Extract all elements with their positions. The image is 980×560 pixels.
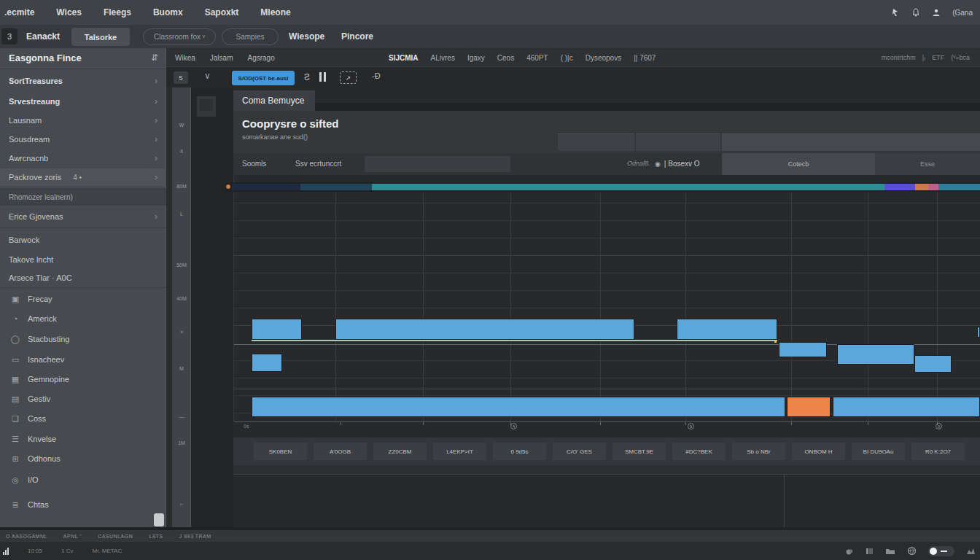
trace-bar-10[interactable] (787, 397, 831, 417)
ribbon-segment-3[interactable] (372, 184, 884, 190)
sidebar-item-knvelse[interactable]: ☰Knvelse (0, 430, 166, 448)
refresh-icon[interactable]: Ƨ (300, 71, 314, 84)
sort-icon[interactable]: ⇵ (151, 52, 158, 63)
stat-cell-1[interactable]: SK0BEN (254, 443, 307, 460)
trace-bar-5[interactable] (252, 354, 282, 372)
sidebar-item-americk[interactable]: ◔Americk (0, 310, 166, 327)
view-tab-7[interactable]: Dyseopovs (586, 54, 621, 62)
sidebar-item-odhonus[interactable]: ⊞Odhonus (0, 450, 166, 467)
stat-cell-7[interactable]: SMCBT.9E (612, 443, 666, 460)
sidebar-item-i-o[interactable]: ◎I/O (0, 471, 166, 489)
pause-icon[interactable] (319, 72, 326, 82)
stat-cell-5[interactable]: 0 9d5s (493, 443, 546, 460)
ribbon-segment-4[interactable] (884, 184, 915, 190)
trace-bar-4[interactable] (977, 327, 980, 338)
header-segment-3[interactable] (722, 133, 980, 151)
axis-marker[interactable]: 4 (510, 423, 517, 429)
menu-item-3[interactable]: Fleegs (104, 7, 131, 18)
filter-right-group[interactable]: ◉ | Bosexv O (655, 160, 700, 168)
trace-bar-3[interactable] (677, 319, 777, 340)
ribbon-segment-7[interactable] (938, 184, 980, 190)
ribbon-segment-1[interactable] (232, 184, 300, 190)
tool-button[interactable]: 5 (174, 71, 188, 84)
crumb-right-item-1[interactable]: mcontrtchm (882, 54, 916, 61)
sidebar-icon[interactable] (866, 547, 874, 556)
sidebar-item-lausnam[interactable]: Lausnam› (0, 112, 166, 129)
sidebar-item-isnacheev[interactable]: ▭Isnacheev (0, 351, 166, 368)
view-tab-6[interactable]: ( )|c (561, 54, 573, 62)
view-tab-4[interactable]: Ceos (497, 54, 514, 62)
trace-bar-11[interactable] (833, 397, 980, 417)
crumb-right-item-3[interactable]: ETF (932, 54, 944, 61)
crumb-right-item-2[interactable]: |ᵣ (922, 54, 926, 61)
view-tab-3[interactable]: Igaxy (467, 54, 485, 62)
view-tab-8[interactable]: || 7607 (634, 54, 656, 62)
ribbon-segment-5[interactable] (915, 184, 928, 190)
view-tab-5[interactable]: 460PT (526, 54, 548, 62)
thumbnail[interactable] (197, 96, 216, 117)
ribbon-segment-6[interactable] (928, 184, 938, 190)
sidebar-item-srvestreaung[interactable]: Srvestreaung› (0, 93, 166, 110)
trace-bar-2[interactable] (335, 319, 634, 340)
view-tab-1[interactable]: SIJCMIA (389, 54, 419, 62)
breadcrumb-item-3[interactable]: Agsrago (247, 54, 274, 62)
breadcrumb-item-2[interactable]: Jalsam (210, 54, 233, 62)
trace-bar-8[interactable] (914, 355, 952, 373)
chevron-down-icon[interactable]: ∨ (204, 71, 211, 81)
strip-link-2[interactable]: Pincore (341, 31, 373, 42)
chart-icon[interactable] (3, 548, 9, 555)
sidebar-item-chtas[interactable]: ≣Chtas (0, 496, 166, 513)
filter-input[interactable] (365, 156, 510, 172)
trace-bar-1[interactable] (252, 319, 302, 340)
stat-cell-3[interactable]: ZZ0CBM (373, 443, 427, 460)
globe-icon[interactable] (907, 546, 917, 556)
signal-icon[interactable] (966, 547, 976, 555)
filter-label-1[interactable]: Soomls (242, 160, 266, 168)
view-tab-2[interactable]: ALivres (431, 54, 455, 62)
stat-cell-4[interactable]: L4EKP>IT (433, 443, 486, 460)
details-panel[interactable] (233, 474, 980, 527)
ribbon-segment-2[interactable] (300, 184, 372, 190)
trace-bar-6[interactable] (779, 342, 827, 357)
folder-icon[interactable] (885, 547, 895, 556)
sidebar-item-coss[interactable]: ❏Coss (0, 410, 166, 427)
sidebar-item-frecay[interactable]: ▣Frecay (0, 290, 166, 308)
menu-item-5[interactable]: Sapoxkt (205, 7, 239, 18)
sidebar-scrollbar[interactable] (154, 513, 164, 526)
menu-item-6[interactable]: Mleone (260, 7, 290, 18)
stat-cell-6[interactable]: C/O' GES (553, 443, 606, 460)
panel-divider[interactable] (784, 474, 785, 527)
trace-bar-7[interactable] (837, 344, 914, 365)
stat-cell-12[interactable]: R0 K:2O7 (911, 443, 965, 460)
header-segment-1[interactable] (558, 133, 634, 151)
menu-item-1[interactable]: .ecmite (4, 7, 34, 18)
sidebar-item-barwock[interactable]: Barwock (0, 231, 166, 249)
header-segment-2[interactable] (636, 133, 720, 151)
filter-pill-1[interactable]: Classroom fox ᵛ (143, 28, 216, 45)
stat-cell-11[interactable]: BI DU9OAu (852, 443, 905, 460)
record-button[interactable]: S/OD(OST be-ausi (232, 71, 295, 85)
sidebar-item-rhomozer-lealnern-[interactable]: Rhomozer lealnern) (0, 188, 166, 206)
filter-label-2[interactable]: Ssv ecrtunccrt (295, 160, 341, 168)
axis-marker[interactable]: 9 (688, 423, 694, 429)
measure-icon[interactable]: -Ð (372, 71, 381, 80)
sidebar-item-takove-lncht[interactable]: Takove lncht (0, 251, 166, 268)
segment-right[interactable]: Esse (875, 153, 980, 175)
select-region-icon[interactable]: ↗ (340, 71, 357, 84)
run-icon[interactable] (891, 8, 900, 17)
sidebar-item-arsece-tlar-a0c[interactable]: Arsece Tlar · A0C (0, 269, 166, 287)
strip-link-1[interactable]: Wiesope (289, 31, 324, 42)
sidebar-item-sousdream[interactable]: Sousdream› (0, 131, 166, 148)
sidebar-item-packrove-zoris[interactable]: Packrove zoris4 •› (0, 168, 166, 186)
project-label[interactable]: Eanackt (26, 31, 60, 42)
fruit-icon[interactable] (845, 547, 854, 556)
panel-tab[interactable]: Coma Bemuyce (233, 90, 315, 111)
toggle-switch[interactable] (928, 546, 954, 556)
sidebar-item-gemnopine[interactable]: ▦Gemnopine (0, 370, 166, 388)
active-tab[interactable]: Talsorke (71, 28, 130, 46)
crumb-right-item-4[interactable]: (ᵛ=bca (951, 54, 970, 61)
breadcrumb-item-1[interactable]: Wikea (175, 54, 195, 62)
account-label[interactable]: (Gana (952, 9, 973, 17)
axis-marker[interactable]: 0 (936, 423, 942, 429)
menu-item-4[interactable]: Buomx (153, 7, 183, 18)
